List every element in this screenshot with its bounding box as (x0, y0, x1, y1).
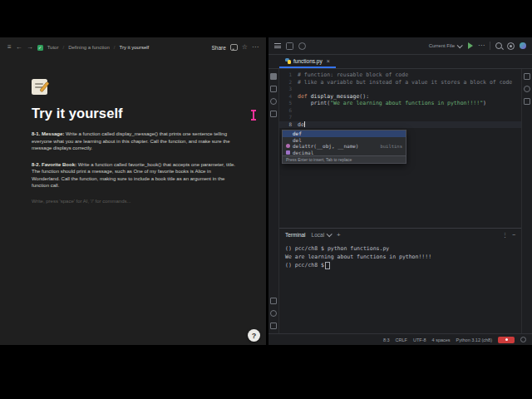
database-toolwindow-icon[interactable] (524, 98, 530, 105)
terminal-output[interactable]: () pcc/ch8 $ python functions.pyWe are l… (279, 241, 521, 333)
line-number: 7 (279, 114, 298, 121)
editor-column: 1# function: reusable block of code2# li… (279, 69, 521, 333)
share-button[interactable]: Share (211, 45, 225, 51)
status-item[interactable]: CRLF (396, 337, 407, 342)
code-line[interactable]: 2# like a variable but instead of a valu… (279, 79, 521, 86)
notion-toolbar: ≡ ← → ✓ Tutor / Defining a function / Tr… (0, 37, 266, 57)
sidebar-toggle-icon[interactable]: ≡ (7, 44, 12, 51)
code-line[interactable]: 6 (279, 107, 521, 115)
tab-functions-py[interactable]: functions.py × (279, 55, 336, 68)
notion-page-body: Try it yourself 8-1. Message: Write a fu… (0, 57, 266, 204)
problems-toolwindow-icon[interactable] (270, 323, 277, 329)
python-file-icon (285, 58, 291, 64)
ai-assistant-icon[interactable] (524, 86, 530, 92)
completion-item[interactable]: decimal (283, 150, 406, 156)
exercise-8-2-paragraph[interactable]: 8-2. Favorite Book: Write a function cal… (32, 161, 236, 190)
more-actions-icon[interactable]: ⋯ (478, 42, 485, 49)
run-config-label: Current File (429, 43, 455, 48)
completion-item[interactable]: delattr(__obj, __name)builtins (283, 143, 406, 150)
recording-badge (498, 337, 515, 343)
terminal-toolwindow-icon[interactable] (270, 298, 277, 304)
completion-list: defdeldelattr(__obj, __name)builtinsdeci… (283, 131, 406, 155)
notifications-icon[interactable] (524, 73, 530, 80)
back-icon[interactable]: ← (16, 44, 22, 51)
code-line[interactable]: 8de (279, 121, 521, 129)
commit-toolwindow-icon[interactable] (270, 86, 277, 92)
chevron-down-icon (457, 42, 463, 48)
text-caret (304, 121, 305, 127)
breadcrumb-parent[interactable]: Defining a function (68, 45, 110, 50)
forward-icon[interactable]: → (27, 44, 33, 51)
terminal-tab-local[interactable]: Local (312, 232, 332, 238)
code-line[interactable]: 1# function: reusable block of code (279, 71, 521, 79)
ide-main-area: 1# function: reusable block of code2# li… (268, 69, 532, 333)
terminal-line: We are learning about functions in pytho… (285, 253, 515, 261)
terminal-header: Terminal Local + ⋮ − (279, 229, 521, 241)
terminal-line: () pcc/ch8 $ (285, 261, 515, 269)
right-toolwindow-bar (521, 69, 532, 333)
status-item[interactable]: Python 3.12 (ch8) (456, 337, 492, 342)
status-item[interactable]: UTF-8 (413, 337, 426, 342)
help-button[interactable]: ? (248, 329, 260, 342)
code-line[interactable]: 4def display_message(): (279, 93, 521, 101)
status-bar: 8:3CRLFUTF-84 spacesPython 3.12 (ch8) (268, 333, 532, 345)
code-lines: 1# function: reusable block of code2# li… (279, 71, 521, 128)
code-editor[interactable]: 1# function: reusable block of code2# li… (279, 69, 521, 228)
exercise-8-1-lead: 8-1. Message: (32, 131, 64, 136)
screen-content: ≡ ← → ✓ Tutor / Defining a function / Tr… (0, 37, 532, 345)
pull-requests-icon[interactable] (270, 98, 277, 105)
terminal-title[interactable]: Terminal (285, 232, 306, 238)
code-line[interactable]: 3 (279, 86, 521, 93)
keyword-icon (286, 131, 290, 135)
terminal-minimize-icon[interactable]: − (512, 232, 515, 239)
status-item[interactable]: 4 spaces (432, 337, 451, 342)
editor-tab-strip: functions.py × (268, 55, 532, 69)
project-toolwindow-icon[interactable] (270, 73, 277, 80)
status-item[interactable]: 8:3 (383, 337, 390, 342)
python-console-icon[interactable] (270, 310, 277, 317)
main-menu-icon[interactable] (274, 43, 281, 48)
completion-item[interactable]: def (283, 131, 406, 137)
terminal-more-icon[interactable]: ⋮ (502, 232, 508, 239)
run-configuration[interactable]: Current File (429, 43, 461, 48)
terminal-line: () pcc/ch8 $ python functions.py (285, 244, 515, 253)
close-tab-icon[interactable]: × (327, 58, 330, 64)
event-log-icon[interactable] (520, 337, 526, 342)
package-icon (286, 150, 290, 155)
settings-icon[interactable] (507, 42, 515, 50)
comments-icon[interactable] (230, 44, 238, 51)
page-title[interactable]: Try it yourself (32, 106, 236, 121)
line-number: 4 (279, 93, 298, 101)
vcs-icon[interactable] (298, 42, 306, 50)
ide-panel: Current File ⋯ functions.py × (268, 37, 532, 345)
left-toolwindow-bar (268, 69, 279, 333)
line-number: 2 (279, 79, 298, 86)
completion-popup: defdeldelattr(__obj, __name)builtinsdeci… (282, 130, 406, 164)
completion-item[interactable]: del (283, 137, 406, 144)
new-terminal-icon[interactable]: + (337, 231, 341, 239)
structure-toolwindow-icon[interactable] (270, 111, 277, 117)
exercise-8-1-paragraph[interactable]: 8-1. Message: Write a function called di… (32, 131, 236, 152)
run-button[interactable] (468, 42, 473, 49)
star-icon[interactable]: ☆ (242, 44, 248, 51)
completion-hint: Press Enter to insert, Tab to replace (283, 155, 406, 163)
line-number: 5 (279, 100, 298, 107)
breadcrumb-current[interactable]: Try it yourself (120, 45, 150, 50)
page-icon-memo[interactable] (32, 79, 47, 95)
chevron-down-icon (327, 231, 332, 237)
status-items: 8:3CRLFUTF-84 spacesPython 3.12 (ch8) (383, 337, 492, 342)
editor-placeholder[interactable]: Write, press 'space' for AI, '/' for com… (32, 199, 236, 204)
more-options-icon[interactable]: ⋯ (252, 44, 259, 51)
code-line[interactable]: 5 print("We are learning about functions… (279, 100, 521, 107)
project-icon[interactable] (286, 42, 293, 50)
notion-panel: ≡ ← → ✓ Tutor / Defining a function / Tr… (0, 37, 266, 345)
user-avatar[interactable] (520, 42, 526, 49)
breadcrumb-separator: / (62, 45, 64, 50)
line-number: 3 (279, 86, 298, 93)
line-number: 6 (279, 107, 298, 115)
collaborator-cursor (253, 111, 254, 120)
line-number: 1 (279, 71, 298, 79)
breadcrumb-workspace[interactable]: Tutor (47, 45, 59, 50)
code-line[interactable]: 7 (279, 114, 521, 121)
search-everywhere-icon[interactable] (495, 42, 502, 49)
